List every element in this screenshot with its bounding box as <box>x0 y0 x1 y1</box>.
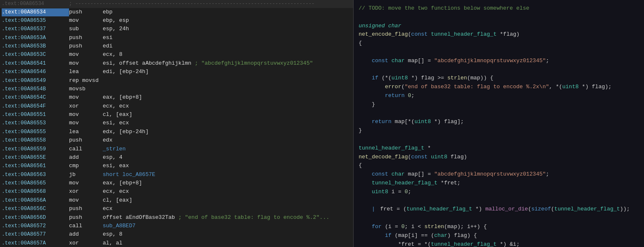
c-plain: * <box>500 30 503 39</box>
asm-line[interactable]: .text:00A86568xorecx, ecx <box>0 187 353 196</box>
c-plain <box>424 57 428 66</box>
c-plain <box>497 30 500 39</box>
asm-line[interactable]: .text:00A86535movebp, esp <box>0 16 353 25</box>
asm-addr: .text:00A86541 <box>2 60 69 68</box>
mnemonic: mov <box>69 119 103 127</box>
c-keyword: for <box>372 223 381 231</box>
mnemonic: call <box>69 222 103 230</box>
c-plain: ( <box>382 74 385 83</box>
asm-line[interactable]: .text:00A86559call_strlen <box>0 145 353 153</box>
c-plain <box>388 170 391 179</box>
c-plain <box>404 57 408 66</box>
mnemonic: mov <box>69 93 103 102</box>
asm-line[interactable]: .text:00A8653Bpushedi <box>0 42 353 50</box>
asm-line[interactable]: .text:00A86551movcl, [eax] <box>0 110 353 119</box>
c-plain: ( <box>431 231 434 240</box>
c-plain <box>418 74 421 83</box>
c-plain: + <box>474 223 477 231</box>
c-type: uint8 <box>562 83 579 92</box>
c-plain: { <box>359 161 362 170</box>
asm-line[interactable]: .text:00A86563jbshort loc_A8657E <box>0 171 353 179</box>
asm-line[interactable]: .text:00A8654Bmovsb <box>0 85 353 93</box>
asm-line[interactable]: .text:00A8655Eaddesp, 4 <box>0 153 353 162</box>
c-type: tunnel_header_flag_t <box>372 179 437 188</box>
c-type: tunnel_header_flag_t <box>407 205 472 214</box>
mnemonic: mov <box>69 59 103 68</box>
c-func: error <box>385 83 401 92</box>
c-plain <box>391 223 395 231</box>
operand: cl, [eax] <box>103 110 132 119</box>
mnemonic: mov <box>69 110 103 119</box>
c-string: "end of base32 table: flag to encode %.2… <box>404 83 549 92</box>
type-keyword: unsigned char <box>359 22 401 31</box>
mnemonic: cmp <box>69 162 103 170</box>
c-plain: flag <box>592 83 605 92</box>
c-plain <box>434 74 438 83</box>
code-line: net_encode_flag(const tunnel_header_flag… <box>359 30 639 39</box>
asm-line[interactable]: .text:00A8656Amovcl, [eax] <box>0 196 353 205</box>
c-plain: [ <box>418 170 421 179</box>
c-plain: ) <box>516 30 520 39</box>
code-line: for (i = 0; i < strlen(map); i++) { <box>359 223 639 231</box>
asm-line[interactable]: .text:00A86549rep movsd <box>0 76 353 85</box>
c-plain: , <box>549 83 553 92</box>
c-plain: ( <box>401 83 404 92</box>
asm-line[interactable]: .text:00A86537subesp, 24h <box>0 25 353 33</box>
c-plain: = <box>424 231 428 240</box>
asm-line[interactable]: .text:00A86558pushedx <box>0 136 353 145</box>
highlight-word: base32 <box>211 214 231 221</box>
operand: ecx <box>103 205 112 213</box>
asm-line[interactable]: .text:00A86572callsub_A8BED7 <box>0 222 353 230</box>
asm-line[interactable]: .text:00A8657Axoral, al <box>0 239 353 247</box>
asm-line[interactable]: .text:00A86577addesp, 8 <box>0 230 353 239</box>
c-plain <box>388 57 391 66</box>
c-plain: ; <box>626 205 630 214</box>
c-type: tunnel_header_flag_t <box>359 144 424 153</box>
c-plain: * <box>500 240 503 247</box>
c-plain <box>431 57 434 66</box>
asm-line[interactable]: .text:00A86546leaedi, [ebp-24h] <box>0 68 353 76</box>
c-plain: ) <box>623 205 627 214</box>
asm-line[interactable]: .text:00A8656Cpushecx <box>0 205 353 213</box>
asm-line[interactable]: .text:00A8653Apushesi <box>0 34 353 42</box>
asm-addr: .text:00A8656A <box>2 197 69 205</box>
asm-addr: .text:00A86537 <box>2 25 69 33</box>
c-plain <box>428 231 431 240</box>
code-line: const char map[] = "abcdefghijklmnopqrst… <box>359 170 639 179</box>
c-plain <box>447 153 451 162</box>
asm-addr: .text:00A8654C <box>2 94 69 102</box>
asm-line[interactable]: .text:00A86534pushebp <box>0 8 353 16</box>
asm-line[interactable]: .text:00A86565moveax, [ebp+8] <box>0 179 353 187</box>
c-number: 0 <box>404 188 408 197</box>
c-plain: = <box>398 188 402 197</box>
disassembly-pane[interactable]: .text:00A86534 ; -----------------------… <box>0 0 354 247</box>
c-plain: ( <box>444 223 447 231</box>
c-plain <box>497 240 500 247</box>
asm-line[interactable]: .text:00A86541movesi, offset aAbcdefghij… <box>0 59 353 68</box>
c-plain: ) <box>480 74 484 83</box>
operand: ebp, esp <box>103 16 129 25</box>
asm-line[interactable]: .text:00A8654Cmoveax, [ebp+8] <box>0 93 353 102</box>
c-plain: ( <box>528 205 531 214</box>
c-plain <box>391 118 395 126</box>
code-line: unsigned char <box>359 22 639 31</box>
asm-line[interactable]: .text:00A8654Fxorecx, ecx <box>0 102 353 110</box>
c-plain: = <box>428 170 431 179</box>
indent-space <box>359 118 372 126</box>
c-type: char <box>434 231 447 240</box>
c-plain <box>408 223 411 231</box>
c-type: uint8 <box>372 188 388 197</box>
indent-space <box>359 92 385 100</box>
c-plain: * <box>434 118 438 126</box>
c-plain: = <box>428 57 431 66</box>
asm-line[interactable]: .text:00A86555leaedx, [ebp-24h] <box>0 128 353 136</box>
asm-line[interactable]: .text:00A86534 ; -----------------------… <box>0 0 353 8</box>
asm-line[interactable]: .text:00A86553movesi, ecx <box>0 119 353 127</box>
operand: edi, [ebp-24h] <box>103 68 149 76</box>
source-pane[interactable]: // TODO: move the two functions below so… <box>354 0 644 247</box>
c-plain: ) <box>484 74 487 83</box>
asm-line[interactable]: .text:00A86561cmpesi, eax <box>0 162 353 170</box>
c-plain <box>398 223 402 231</box>
asm-line[interactable]: .text:00A8653Cmovecx, 8 <box>0 50 353 59</box>
asm-line[interactable]: .text:00A8656Dpushoffset aEndOfBase32Tab… <box>0 213 353 222</box>
